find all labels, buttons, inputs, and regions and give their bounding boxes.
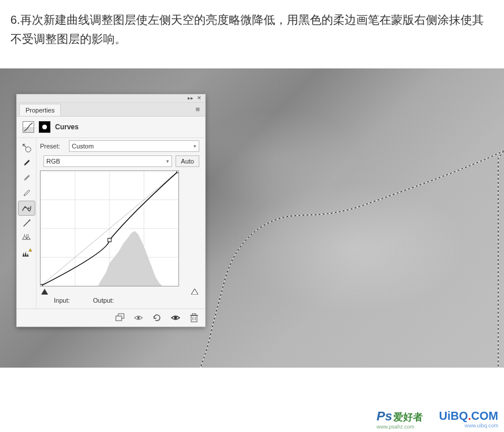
adjustment-header: Curves [17, 117, 205, 138]
chevron-down-icon: ▾ [193, 143, 196, 149]
channel-select[interactable]: RGB ▾ [43, 155, 172, 167]
white-point-handle-icon[interactable] [191, 289, 198, 295]
histogram-warning-icon[interactable] [18, 246, 35, 261]
curves-graph[interactable] [40, 170, 179, 286]
panel-close-icon[interactable]: ✕ [197, 96, 202, 101]
auto-button[interactable]: Auto [176, 155, 199, 167]
panel-collapse-icon[interactable]: ▸▸ [188, 96, 193, 101]
svg-point-0 [25, 147, 31, 152]
black-point-eyedropper-icon[interactable] [18, 155, 35, 170]
input-output-row: Input: Output: [40, 295, 199, 306]
panel-tabs: Properties ≡ [17, 103, 205, 117]
panel-menu-icon[interactable]: ≡ [191, 105, 205, 114]
layer-mask-icon[interactable] [39, 121, 50, 133]
output-label: Output: [93, 297, 114, 304]
svg-point-15 [174, 317, 177, 320]
preset-value: Custom [72, 143, 94, 150]
curves-tool-column [17, 138, 36, 308]
tab-properties[interactable]: Properties [19, 104, 61, 116]
panel-topbar: ▸▸ ✕ [17, 95, 205, 103]
input-label: Input: [54, 297, 70, 304]
preset-row: Preset: Custom ▾ [40, 140, 199, 152]
svg-point-14 [137, 317, 140, 319]
white-point-eyedropper-icon[interactable] [18, 186, 35, 201]
svg-rect-20 [192, 314, 196, 315]
svg-rect-11 [108, 238, 111, 242]
preset-select[interactable]: Custom ▾ [69, 140, 199, 152]
draw-curve-tool-icon[interactable] [18, 216, 35, 231]
instruction-text: 6.再次新建曲线调整图层使左侧天空的亮度略微降低，用黑色的柔边画笔在蒙版右侧涂抹… [0, 0, 504, 52]
delete-icon[interactable] [189, 313, 199, 323]
svg-point-2 [28, 208, 30, 209]
panel-footer [17, 308, 205, 326]
curves-adjustment-icon[interactable] [23, 121, 34, 133]
toggle-visibility-icon[interactable] [133, 313, 144, 323]
reset-icon[interactable] [152, 313, 162, 323]
bottom-whitespace [0, 368, 504, 432]
svg-rect-13 [116, 316, 122, 321]
watermark-uibo: UiBQ.COM www.uibq.com [439, 409, 498, 429]
watermark-psahz: Ps爱好者 www.psahz.com [377, 409, 423, 430]
black-point-handle-icon[interactable] [41, 289, 48, 295]
clip-to-layer-icon[interactable] [115, 313, 125, 323]
chevron-down-icon: ▾ [166, 158, 169, 164]
gray-point-eyedropper-icon[interactable] [18, 170, 35, 186]
curves-svg [41, 171, 178, 286]
channel-value: RGB [46, 158, 60, 165]
svg-rect-10 [41, 284, 42, 286]
clip-preview-icon[interactable] [18, 231, 35, 246]
svg-rect-12 [177, 171, 178, 173]
target-adjust-tool-icon[interactable] [18, 140, 35, 155]
svg-rect-16 [191, 315, 197, 322]
svg-point-1 [24, 206, 25, 208]
black-white-point-slider[interactable] [40, 289, 199, 295]
properties-panel: ▸▸ ✕ Properties ≡ Curves [16, 94, 206, 327]
preset-label: Preset: [40, 143, 65, 150]
preview-icon[interactable] [170, 313, 181, 323]
adjustment-title: Curves [55, 123, 79, 131]
channel-row: RGB ▾ Auto [40, 155, 199, 167]
edit-points-tool-icon[interactable] [18, 201, 35, 216]
